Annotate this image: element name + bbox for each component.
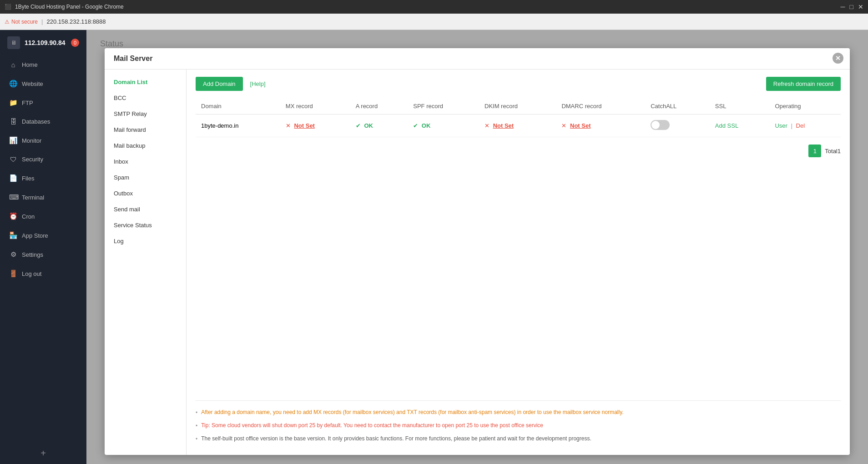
settings-icon: ⚙	[9, 250, 17, 259]
server-ip: 112.109.90.84	[25, 39, 66, 46]
a-status: OK	[364, 122, 373, 129]
content-area: Status Mail Server ✕ Domain List BCC SMT…	[86, 30, 868, 464]
sidebar-label-security: Security	[22, 156, 43, 163]
sidebar-header: 🖥 112.109.90.84 0	[0, 30, 86, 55]
menu-item-log[interactable]: Log	[105, 233, 186, 249]
url-display[interactable]: 220.158.232.118:8888	[46, 18, 106, 25]
menu-item-mail-forward[interactable]: Mail forward	[105, 122, 186, 138]
col-spf-record: SPF record	[408, 98, 479, 115]
col-catchall: CatchALL	[645, 98, 710, 115]
sidebar-item-website[interactable]: 🌐 Website	[0, 74, 86, 93]
sidebar-item-monitor[interactable]: 📊 Monitor	[0, 131, 86, 150]
dmarc-error-icon: ✕	[561, 122, 566, 129]
sidebar-item-appstore[interactable]: 🏪 App Store	[0, 226, 86, 245]
col-operating: Operating	[769, 98, 841, 115]
menu-item-service-status[interactable]: Service Status	[105, 217, 186, 233]
monitor-icon: 📊	[9, 136, 17, 145]
sidebar: 🖥 112.109.90.84 0 ⌂ Home 🌐 Website 📁 FTP…	[0, 30, 86, 464]
col-a-record: A record	[350, 98, 408, 115]
catchall-toggle[interactable]	[651, 120, 670, 130]
maximize-button[interactable]: □	[850, 3, 853, 10]
browser-chrome: ⬛ 1Byte Cloud Hosting Panel - Google Chr…	[0, 0, 868, 14]
note-bullet-2: •	[196, 422, 197, 430]
sidebar-item-security[interactable]: 🛡 Security	[0, 150, 86, 169]
col-dkim-record: DKIM record	[479, 98, 556, 115]
notes-section: • After adding a domain name, you need t…	[196, 400, 841, 448]
sidebar-label-terminal: Terminal	[22, 194, 44, 201]
menu-item-send-mail[interactable]: Send mail	[105, 201, 186, 217]
sidebar-label-logout: Log out	[22, 270, 41, 277]
files-icon: 📄	[9, 174, 17, 182]
cell-catchall	[645, 115, 710, 137]
dmarc-status: Not Set	[570, 122, 591, 129]
user-link[interactable]: User	[775, 122, 787, 129]
sidebar-label-cron: Cron	[22, 213, 35, 220]
main-layout: 🖥 112.109.90.84 0 ⌂ Home 🌐 Website 📁 FTP…	[0, 30, 868, 464]
spf-status: OK	[422, 122, 431, 129]
server-icon: 🖥	[7, 36, 20, 49]
col-ssl: SSL	[710, 98, 770, 115]
sidebar-label-files: Files	[22, 175, 34, 182]
sidebar-item-home[interactable]: ⌂ Home	[0, 55, 86, 74]
menu-item-bcc[interactable]: BCC	[105, 90, 186, 106]
cell-ssl: Add SSL	[710, 115, 770, 137]
note-1: • After adding a domain name, you need t…	[196, 408, 841, 417]
add-server-button[interactable]: +	[0, 443, 86, 464]
cell-operating: User | Del	[769, 115, 841, 137]
pagination: 1 Total1	[196, 145, 841, 157]
sidebar-label-databases: Databases	[22, 118, 50, 125]
sidebar-label-appstore: App Store	[22, 232, 48, 239]
menu-item-smtp-relay[interactable]: SMTP Relay	[105, 106, 186, 122]
sidebar-nav: ⌂ Home 🌐 Website 📁 FTP 🗄 Databases 📊 Mon…	[0, 55, 86, 443]
cell-dkim-record: ✕ Not Set	[479, 115, 556, 137]
sidebar-label-monitor: Monitor	[22, 137, 41, 144]
close-modal-button[interactable]: ✕	[833, 53, 843, 64]
col-mx-record: MX record	[280, 98, 350, 115]
note-bullet-3: •	[196, 435, 197, 443]
side-menu: Domain List BCC SMTP Relay Mail forward …	[105, 70, 187, 455]
cell-a-record: ✔ OK	[350, 115, 408, 137]
sidebar-item-databases[interactable]: 🗄 Databases	[0, 112, 86, 131]
menu-item-mail-backup[interactable]: Mail backup	[105, 138, 186, 154]
modal-body: Domain List BCC SMTP Relay Mail forward …	[105, 70, 850, 455]
close-window-button[interactable]: ✕	[858, 3, 863, 10]
note-text-1: After adding a domain name, you need to …	[201, 408, 623, 417]
menu-item-domain-list[interactable]: Domain List	[105, 74, 186, 90]
menu-item-outbox[interactable]: Outbox	[105, 185, 186, 201]
menu-item-inbox[interactable]: Inbox	[105, 154, 186, 170]
page-total: Total1	[825, 148, 841, 155]
add-ssl-link[interactable]: Add SSL	[715, 122, 738, 129]
table-body: 1byte-demo.in ✕ Not Set ✔ OK	[196, 115, 841, 137]
sidebar-item-cron[interactable]: ⏰ Cron	[0, 207, 86, 226]
minimize-button[interactable]: ─	[841, 3, 845, 10]
menu-item-spam[interactable]: Spam	[105, 170, 186, 185]
sidebar-item-logout[interactable]: 🚪 Log out	[0, 264, 86, 283]
browser-title: 1Byte Cloud Hosting Panel - Google Chrom…	[15, 4, 837, 10]
add-domain-button[interactable]: Add Domain	[196, 77, 243, 91]
appstore-icon: 🏪	[9, 231, 17, 239]
website-icon: 🌐	[9, 80, 17, 88]
sidebar-label-ftp: FTP	[22, 100, 33, 106]
op-separator: |	[791, 122, 792, 129]
sidebar-item-ftp[interactable]: 📁 FTP	[0, 93, 86, 112]
page-1-button[interactable]: 1	[808, 145, 821, 157]
security-icon: 🛡	[9, 155, 17, 163]
note-bullet-1: •	[196, 409, 197, 417]
sidebar-label-website: Website	[22, 80, 43, 87]
sidebar-item-settings[interactable]: ⚙ Settings	[0, 245, 86, 264]
sidebar-item-terminal[interactable]: ⌨ Terminal	[0, 188, 86, 207]
table-row: 1byte-demo.in ✕ Not Set ✔ OK	[196, 115, 841, 137]
cell-domain: 1byte-demo.in	[196, 115, 280, 137]
browser-icon: ⬛	[5, 4, 11, 10]
refresh-domain-button[interactable]: Refresh domain record	[766, 77, 841, 91]
col-dmarc-record: DMARC record	[556, 98, 645, 115]
cron-icon: ⏰	[9, 212, 17, 220]
del-link[interactable]: Del	[796, 122, 805, 129]
mail-server-modal: Mail Server ✕ Domain List BCC SMTP Relay…	[105, 48, 850, 455]
notification-badge: 0	[71, 39, 79, 47]
terminal-icon: ⌨	[9, 193, 17, 201]
modal-toolbar: Add Domain [Help] Refresh domain record	[196, 77, 841, 91]
sidebar-item-files[interactable]: 📄 Files	[0, 169, 86, 188]
browser-controls[interactable]: ─ □ ✕	[841, 3, 863, 10]
help-link[interactable]: [Help]	[250, 80, 266, 87]
